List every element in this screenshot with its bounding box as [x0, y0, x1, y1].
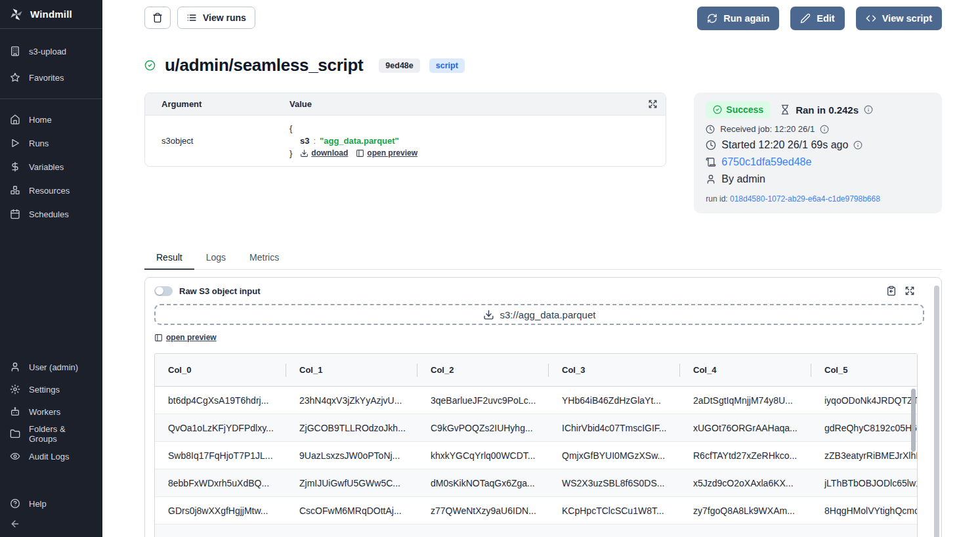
info-icon[interactable]	[864, 105, 873, 114]
table-cell: R6cfTAYtd27xZeRHkco...	[680, 442, 811, 469]
table-cell: dM0sKikNOTaqGx6Zga...	[417, 469, 549, 497]
open-preview-label: open preview	[166, 333, 217, 342]
sidebar-item-resources[interactable]: Resources	[0, 179, 102, 202]
open-preview-link[interactable]: open preview	[154, 333, 217, 342]
sidebar-item-folders-groups[interactable]: Folders & Groups	[0, 423, 102, 445]
sidebar-item-workers[interactable]: Workers	[0, 400, 102, 423]
sidebar-item-help[interactable]: Help	[0, 492, 102, 515]
boxes-icon	[10, 185, 20, 196]
json-brace-open: {	[289, 122, 666, 135]
s3-file-download-button[interactable]: s3://agg_data.parquet	[154, 304, 924, 325]
sidebar-item-s3-upload[interactable]: s3-upload	[0, 38, 102, 64]
sidebar-item-label: User (admin)	[29, 362, 78, 372]
table-column-header: Col_3	[549, 354, 680, 387]
user-icon	[10, 362, 20, 372]
panel-preview-icon	[356, 149, 364, 158]
folder-icon	[10, 429, 20, 439]
pencil-icon	[800, 13, 811, 24]
table-cell: jLThBTbOBJODlc65lw1...	[811, 469, 918, 497]
sidebar-item-user-admin[interactable]: User (admin)	[0, 356, 102, 378]
sidebar-item-label: Home	[29, 115, 52, 125]
clock-icon	[706, 125, 715, 134]
sidebar-item-label: Favorites	[29, 73, 64, 83]
table-row: bt6dp4CgXsA19T6hdrj...23hN4qxV3jZkYyAzjv…	[155, 387, 918, 414]
table-cell: QmjxGfBYUI0MGzXSw...	[549, 442, 680, 469]
scroll-icon	[706, 157, 716, 167]
run-id-row: run id: 018d4580-1072-ab29-e6a4-c1de9798…	[706, 194, 930, 204]
title-row: u/admin/seamless_script 9ed48e script	[144, 55, 942, 75]
hash-badge: 9ed48e	[379, 58, 419, 73]
sidebar-item-variables[interactable]: Variables	[0, 155, 102, 179]
table-column-header: Col_2	[417, 354, 549, 387]
delete-button[interactable]	[144, 7, 171, 29]
sidebar-item-label: Schedules	[29, 209, 69, 219]
run-id-link[interactable]: 018d4580-1072-ab29-e6a4-c1de9798b668	[730, 194, 880, 204]
expand-icon	[648, 99, 658, 109]
expand-icon[interactable]	[905, 286, 915, 296]
info-icon[interactable]	[820, 125, 829, 134]
sidebar-item-label: Help	[29, 499, 47, 509]
home-icon	[10, 114, 20, 125]
gear-icon	[10, 384, 20, 395]
edit-label: Edit	[817, 13, 834, 24]
arg-name: s3object	[145, 136, 289, 146]
table-cell: CscOFwM6MRqDOttAj...	[286, 497, 417, 525]
sidebar-item-label: Settings	[29, 385, 60, 395]
table-scrollbar[interactable]	[911, 389, 916, 452]
sidebar-collapse-button[interactable]	[0, 515, 102, 533]
table-cell: 9UazLsxzsJW0oPToNj...	[286, 442, 417, 469]
sidebar-item-home[interactable]: Home	[0, 108, 102, 131]
download-icon	[483, 309, 494, 320]
table-cell: 8HqgHMolVYtighQcmc...	[811, 497, 918, 525]
table-header: Col_0Col_1Col_2Col_3Col_4Col_5	[155, 354, 918, 387]
dollar-icon	[10, 161, 20, 172]
arguments-table: Argument Value s3object { s3 : "agg_data…	[144, 93, 666, 167]
table-row: QvOa1oLzKFjYDFPdlxy...ZjGCOB9TLLROdzoJkh…	[155, 414, 918, 442]
table-cell: z77QWeNtXzy9aU6IDN...	[417, 497, 549, 525]
run-author: By admin	[721, 173, 765, 185]
sidebar-item-favorites[interactable]: Favorites	[0, 64, 102, 91]
panel-preview-icon	[154, 333, 163, 342]
tab-logs[interactable]: Logs	[194, 246, 238, 269]
calendar-icon	[10, 209, 20, 219]
user-icon	[706, 174, 716, 184]
sidebar: Windmill s3-upload Favorites Home Runs V…	[0, 0, 102, 537]
result-panel: Raw S3 object input s3://agg_data.parque…	[144, 277, 942, 537]
sidebar-header[interactable]: Windmill	[0, 0, 102, 29]
table-cell: 8ebbFxWDxrh5uXdBQ...	[155, 469, 286, 497]
table-cell: QvOa1oLzKFjYDFPdlxy...	[155, 414, 286, 442]
copy-clipboard-icon[interactable]	[886, 286, 897, 296]
sidebar-item-label: Folders & Groups	[29, 424, 93, 444]
script-type-badge: script	[429, 58, 465, 73]
info-icon[interactable]	[853, 140, 863, 150]
run-id-label: run id:	[706, 194, 727, 204]
raw-s3-toggle[interactable]	[154, 286, 173, 296]
result-tabs: Result Logs Metrics	[144, 246, 942, 270]
expand-args-button[interactable]	[639, 99, 666, 109]
sidebar-item-runs[interactable]: Runs	[0, 131, 102, 155]
run-again-button[interactable]: Run again	[697, 7, 779, 30]
tab-result[interactable]: Result	[144, 246, 194, 269]
view-script-button[interactable]: View script	[856, 7, 942, 30]
main-content: View runs Run again Edit View script u/a…	[102, 0, 980, 537]
hourglass-icon	[780, 104, 790, 115]
tab-metrics[interactable]: Metrics	[238, 246, 291, 269]
table-column-header: Col_5	[811, 354, 918, 387]
run-again-label: Run again	[723, 13, 769, 24]
job-hash-link[interactable]: 6750c1dfa59ed48e	[721, 156, 811, 168]
sidebar-item-label: Runs	[29, 139, 49, 148]
json-value: "agg_data.parquet"	[320, 135, 399, 147]
edit-button[interactable]: Edit	[790, 7, 844, 30]
table-cell: zy7fgoQ8A8Lk9WXAm...	[680, 497, 811, 525]
view-runs-button[interactable]: View runs	[177, 7, 255, 29]
json-key: s3	[300, 135, 309, 147]
download-link[interactable]: download	[300, 147, 348, 160]
result-panel-scrollbar[interactable]	[934, 286, 939, 537]
sidebar-item-schedules[interactable]: Schedules	[0, 202, 102, 226]
sidebar-item-audit-logs[interactable]: Audit Logs	[0, 445, 102, 467]
sidebar-item-label: Variables	[29, 162, 64, 172]
play-icon	[10, 138, 20, 148]
sidebar-item-settings[interactable]: Settings	[0, 378, 102, 400]
open-preview-link[interactable]: open preview	[356, 147, 417, 160]
view-script-label: View script	[882, 13, 932, 24]
